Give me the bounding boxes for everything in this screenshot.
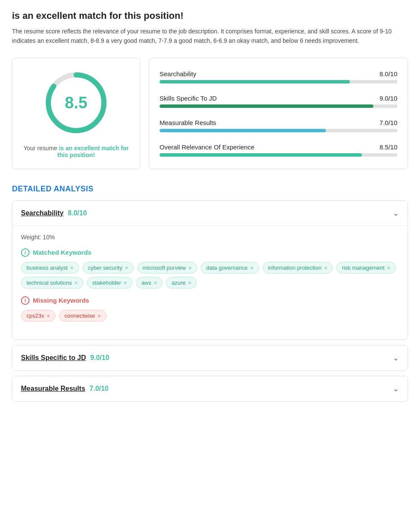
page-title: is an excellent match for this position! <box>12 10 408 21</box>
matched-keywords-label: Matched Keywords <box>33 249 92 256</box>
progress-bar-bg <box>160 80 397 83</box>
analysis-score-searchability: 8.0/10 <box>68 209 87 217</box>
analysis-score-skills: 9.0/10 <box>90 354 109 362</box>
analysis-title-searchability: Searchability <box>21 209 64 217</box>
chevron-down-icon: ⌄ <box>393 384 399 393</box>
analysis-score-measurable: 7.0/10 <box>89 385 108 393</box>
matched-tag[interactable]: microsoft purview × <box>137 262 198 274</box>
metric-row: Overall Relevance Of Experience 8.5/10 <box>160 143 397 157</box>
score-section: 8.5 Your resume is an excellent match fo… <box>12 58 408 169</box>
metric-name: Searchability <box>160 70 196 77</box>
analysis-block-measurable: Measurable Results 7.0/10 ⌄ <box>12 376 408 402</box>
matched-tag[interactable]: cyber security × <box>83 262 134 274</box>
progress-bar-fill <box>160 104 373 108</box>
matched-tag[interactable]: stakeholder × <box>87 277 133 289</box>
donut-chart: 8.5 <box>42 68 110 137</box>
analysis-header-skills[interactable]: Skills Specific to JD 9.0/10 ⌄ <box>12 345 408 370</box>
matched-tag[interactable]: data governance × <box>201 262 259 274</box>
metric-row: Measurable Results 7.0/10 <box>160 119 397 132</box>
progress-bar-bg <box>160 104 397 108</box>
matched-tag[interactable]: information protection × <box>263 262 333 274</box>
missing-keywords-label: Missing Keywords <box>33 297 89 304</box>
analysis-header-searchability[interactable]: Searchability 8.0/10 ⌄ <box>12 201 408 226</box>
matched-tags-row: business analyst ×cyber security ×micros… <box>21 262 399 289</box>
score-label-highlight: is an excellent match for this position! <box>57 145 129 158</box>
metric-score: 8.5/10 <box>379 143 397 151</box>
analysis-title-measurable: Measurable Results <box>21 385 85 393</box>
missing-keywords-header: i Missing Keywords <box>21 296 399 305</box>
analysis-title-skills: Skills Specific to JD <box>21 354 86 362</box>
matched-keywords-header: i Matched Keywords <box>21 248 399 257</box>
matched-tag[interactable]: aws × <box>136 277 163 289</box>
score-card: 8.5 Your resume is an excellent match fo… <box>12 58 140 169</box>
missing-icon: i <box>21 296 30 305</box>
analysis-block-searchability: Searchability 8.0/10 ⌄ Weight: 10% i Mat… <box>12 200 408 340</box>
section-title: DETAILED ANALYSIS <box>12 185 408 194</box>
score-value: 8.5 <box>65 93 88 112</box>
chevron-down-icon: ⌄ <box>393 353 399 363</box>
missing-tag[interactable]: cps23x × <box>21 310 56 322</box>
metric-name: Measurable Results <box>160 119 216 126</box>
analysis-header-measurable[interactable]: Measurable Results 7.0/10 ⌄ <box>12 376 408 401</box>
progress-bar-bg <box>160 129 397 132</box>
detailed-analysis-section: DETAILED ANALYSIS Searchability 8.0/10 ⌄… <box>12 185 408 402</box>
matched-tag[interactable]: risk management × <box>336 262 396 274</box>
weight-text: Weight: 10% <box>21 234 399 241</box>
matched-tag[interactable]: azure × <box>166 277 197 289</box>
metric-name: Skills Specific To JD <box>160 95 217 102</box>
score-label-prefix: Your resume <box>24 145 59 152</box>
analysis-block-skills: Skills Specific to JD 9.0/10 ⌄ <box>12 345 408 371</box>
progress-bar-fill <box>160 80 350 83</box>
metric-row: Skills Specific To JD 9.0/10 <box>160 95 397 108</box>
analysis-body-searchability: Weight: 10% i Matched Keywords business … <box>12 226 408 339</box>
progress-bar-fill <box>160 129 326 132</box>
chevron-down-icon: ⌄ <box>393 208 399 218</box>
missing-tag[interactable]: connectwise × <box>59 310 106 322</box>
progress-bar-bg <box>160 153 397 157</box>
metric-score: 7.0/10 <box>379 119 397 126</box>
metric-name: Overall Relevance Of Experience <box>160 143 254 151</box>
matched-tag[interactable]: business analyst × <box>21 262 79 274</box>
matched-tag[interactable]: technical solutions × <box>21 277 83 289</box>
missing-tags-row: cps23x ×connectwise × <box>21 310 399 322</box>
metric-row: Searchability 8.0/10 <box>160 70 397 83</box>
progress-bar-fill <box>160 153 362 157</box>
metric-score: 9.0/10 <box>379 95 397 102</box>
matched-icon: i <box>21 248 30 257</box>
metric-score: 8.0/10 <box>379 70 397 77</box>
metrics-card: Searchability 8.0/10 Skills Specific To … <box>149 58 408 169</box>
page-description: The resume score reflects the relevance … <box>12 27 408 46</box>
score-label: Your resume is an excellent match for th… <box>23 145 130 158</box>
